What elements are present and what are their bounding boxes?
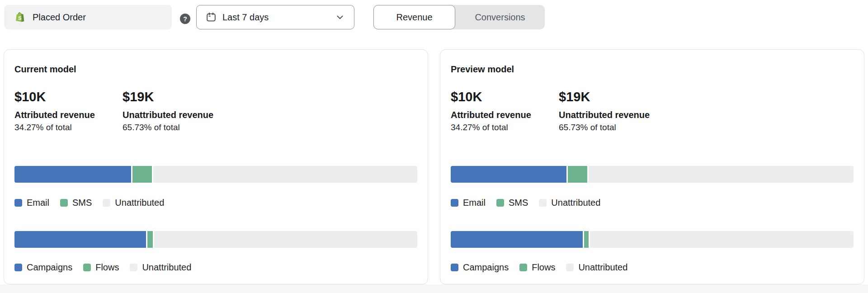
stat-share: 34.27% of total [14, 122, 123, 133]
legend-item-unattributed: Unattributed [103, 198, 164, 208]
bar-segment-campaigns [14, 231, 146, 248]
legend-item-sms: SMS [60, 198, 92, 208]
channel-legend: EmailSMSUnattributed [451, 197, 854, 208]
stats-row: $10K Attributed revenue 34.27% of total … [451, 90, 854, 133]
date-range-dropdown[interactable]: Last 7 days [196, 5, 354, 29]
current-model-card: Current model $10K Attributed revenue 34… [4, 49, 428, 284]
legend-swatch-campaigns [451, 264, 458, 271]
attributed-revenue-stat: $10K Attributed revenue 34.27% of total [14, 90, 123, 133]
legend-item-sms: SMS [496, 198, 528, 208]
legend-label: Email [27, 198, 49, 208]
card-title: Current model [14, 64, 417, 75]
message-type-attribution-bar [451, 231, 854, 248]
legend-swatch-flows [519, 264, 527, 271]
stats-row: $10K Attributed revenue 34.27% of total … [14, 90, 417, 133]
legend-label: Flows [95, 262, 119, 273]
stat-label: Attributed revenue [14, 109, 123, 121]
legend-swatch-email [451, 199, 458, 207]
stat-share: 65.73% of total [123, 122, 213, 133]
stat-value: $19K [559, 90, 650, 104]
toolbar: S Placed Order ? Last 7 days Revenue Con… [0, 0, 868, 29]
svg-text:S: S [18, 15, 21, 21]
channel-legend: EmailSMSUnattributed [14, 197, 417, 208]
page-background-strip [0, 284, 868, 293]
legend-label: SMS [509, 198, 528, 208]
message-type-legend: CampaignsFlowsUnattributed [451, 262, 854, 273]
card-title: Preview model [451, 64, 854, 75]
metric-selector-chip[interactable]: S Placed Order [4, 5, 172, 29]
calendar-icon [206, 12, 217, 23]
legend-swatch-unattributed [539, 199, 547, 207]
shopify-bag-icon: S [15, 12, 25, 23]
legend-label: Unattributed [115, 198, 164, 208]
bar-segment-flows [147, 231, 153, 248]
date-range-value: Last 7 days [222, 12, 269, 23]
legend-item-unattributed: Unattributed [130, 262, 191, 273]
channel-attribution-bar [14, 166, 417, 183]
bar-segment-email [14, 166, 131, 183]
legend-swatch-sms [496, 199, 504, 207]
unattributed-revenue-stat: $19K Unattributed revenue 65.73% of tota… [123, 90, 213, 133]
message-type-attribution-bar [14, 231, 417, 248]
legend-swatch-unattributed [130, 264, 137, 271]
legend-item-unattributed: Unattributed [566, 262, 627, 273]
bar-segment-sms [568, 166, 588, 183]
legend-swatch-unattributed [103, 199, 110, 207]
chevron-down-icon [335, 12, 345, 22]
legend-label: Campaigns [463, 262, 509, 273]
bar-segment-flows [584, 231, 589, 248]
view-toggle: Revenue Conversions [373, 5, 545, 29]
legend-label: Unattributed [142, 262, 191, 273]
metric-label: Placed Order [33, 12, 86, 23]
bar-segment-sms [132, 166, 152, 183]
unattributed-revenue-stat: $19K Unattributed revenue 65.73% of tota… [559, 90, 650, 133]
legend-label: Unattributed [578, 262, 627, 273]
bar-segment-unattributed [590, 231, 854, 248]
legend-item-campaigns: Campaigns [451, 262, 509, 273]
legend-item-email: Email [14, 198, 49, 208]
stat-value: $10K [14, 90, 123, 104]
legend-label: Unattributed [551, 198, 600, 208]
bar-segment-unattributed [154, 231, 417, 248]
stat-value: $10K [451, 90, 559, 104]
stat-label: Attributed revenue [451, 109, 559, 121]
legend-label: SMS [72, 198, 92, 208]
stat-label: Unattributed revenue [559, 109, 650, 121]
stat-value: $19K [123, 90, 213, 104]
conversions-toggle-button[interactable]: Conversions [455, 5, 545, 29]
legend-swatch-email [14, 199, 22, 207]
legend-swatch-sms [60, 199, 68, 207]
channel-attribution-bar [451, 166, 854, 183]
legend-item-flows: Flows [83, 262, 119, 273]
attributed-revenue-stat: $10K Attributed revenue 34.27% of total [451, 90, 559, 133]
legend-label: Flows [532, 262, 555, 273]
help-icon[interactable]: ? [180, 14, 190, 24]
legend-swatch-campaigns [14, 264, 22, 271]
legend-swatch-flows [83, 264, 91, 271]
message-type-legend: CampaignsFlowsUnattributed [14, 262, 417, 273]
legend-item-email: Email [451, 198, 486, 208]
stat-share: 34.27% of total [451, 122, 559, 133]
bar-segment-unattributed [589, 166, 854, 183]
preview-model-card: Preview model $10K Attributed revenue 34… [440, 49, 864, 284]
legend-item-campaigns: Campaigns [14, 262, 72, 273]
stat-share: 65.73% of total [559, 122, 650, 133]
stat-label: Unattributed revenue [123, 109, 213, 121]
bar-segment-unattributed [153, 166, 417, 183]
legend-item-flows: Flows [519, 262, 555, 273]
legend-item-unattributed: Unattributed [539, 198, 600, 208]
revenue-toggle-button[interactable]: Revenue [373, 5, 455, 29]
bar-segment-campaigns [451, 231, 583, 248]
legend-swatch-unattributed [566, 264, 574, 271]
model-comparison-cards: Current model $10K Attributed revenue 34… [0, 49, 868, 284]
legend-label: Campaigns [27, 262, 72, 273]
bar-segment-email [451, 166, 566, 183]
legend-label: Email [463, 198, 486, 208]
